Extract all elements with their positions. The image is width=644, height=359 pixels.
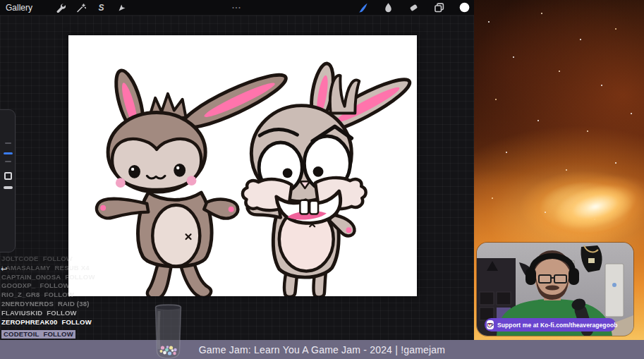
galaxy-glow [530, 164, 644, 249]
chat-event: ZEROPHREAK00FOLLOW [1, 318, 107, 327]
smudge-icon[interactable] [383, 2, 394, 13]
sidebar-tick [5, 161, 11, 162]
chat-event: 2NERDYNERDSRAID (38) [1, 300, 107, 309]
webcam-overlay: Support me at Ko-fi.com/theaveragegoob [477, 243, 633, 336]
kofi-badge: Support me at Ko-fi.com/theaveragegoob [485, 318, 616, 331]
bunny-artwork [68, 35, 417, 296]
brush-sidebar [0, 109, 16, 252]
chat-event: GOODXP_FOLLOW [1, 281, 107, 291]
brush-size-slider[interactable] [4, 152, 13, 154]
kofi-text: Support me at Ko-fi.com/theaveragegoob [497, 322, 618, 329]
layers-icon[interactable] [434, 2, 444, 13]
modify-button[interactable] [4, 172, 12, 180]
stream-title-bar: Game Jam: Learn You A Game Jam - 2024 | … [0, 340, 644, 359]
drawing-canvas[interactable] [68, 35, 417, 296]
chat-event: CAPTAIN_ONOSAFOLLOW [1, 273, 107, 282]
chat-event: LAMASALAMYRESUB X4 [1, 264, 107, 273]
tip-jar [150, 304, 187, 359]
brush-icon[interactable] [358, 2, 368, 13]
chat-overlay: JOLTCODEFOLLOW LAMASALAMYRESUB X4 CAPTAI… [1, 255, 107, 339]
procreate-topbar: Gallery S ••• [0, 0, 474, 16]
chat-event-highlighted: CODETOILFOLLOW [1, 330, 75, 339]
chat-event: FLAVIUSKIDFOLLOW [1, 309, 107, 318]
kofi-cup-icon [487, 320, 494, 329]
stream-title: Game Jam: Learn You A Game Jam - 2024 | … [199, 344, 445, 355]
color-swatch[interactable] [459, 2, 470, 13]
chat-event: JOLTCODEFOLLOW [1, 255, 107, 264]
stars [474, 0, 475, 1]
eraser-icon[interactable] [408, 2, 419, 13]
stream-capture: Gallery S ••• [0, 0, 644, 359]
sidebar-tick [5, 142, 11, 144]
procreate-app: Gallery S ••• [0, 0, 474, 359]
chat-event: RIO_Z_GR8FOLLOW [1, 291, 107, 300]
opacity-slider[interactable] [4, 186, 13, 189]
